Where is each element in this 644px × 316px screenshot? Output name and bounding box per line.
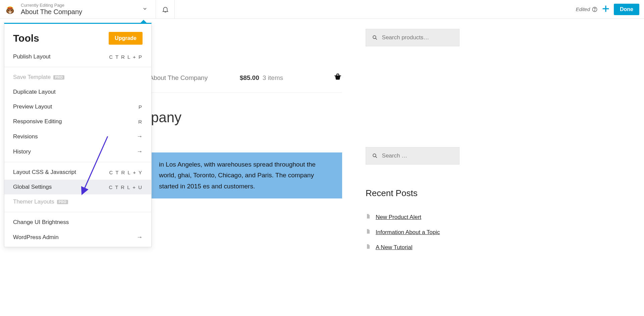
- pro-badge: PRO: [53, 75, 64, 80]
- tool-shortcut: P: [139, 104, 143, 110]
- tool-shortcut: C T R L + U: [109, 184, 143, 190]
- tool-separator: [4, 212, 151, 212]
- cart-price: $85.00: [240, 74, 259, 82]
- tool-item-label: Duplicate Layout: [13, 89, 56, 95]
- svg-rect-7: [8, 7, 12, 9]
- document-icon: [366, 243, 371, 251]
- tool-shortcut: R: [138, 119, 143, 125]
- document-icon: [366, 213, 371, 221]
- pro-badge: PRO: [57, 200, 68, 204]
- recent-post-link[interactable]: Information About a Topic: [376, 229, 440, 236]
- page-heading: pany: [151, 109, 342, 126]
- tool-item[interactable]: Duplicate Layout: [4, 85, 151, 99]
- tool-item-label: WordPress Admin: [13, 234, 59, 241]
- tool-item[interactable]: Responsive EditingR: [4, 114, 151, 129]
- tool-item-label: Responsive Editing: [13, 118, 62, 125]
- tool-item: Themer LayoutsPRO: [4, 194, 151, 209]
- svg-point-15: [373, 154, 376, 157]
- submenu-arrow-icon: →: [137, 148, 143, 155]
- editing-label: Currently Editing Page: [21, 3, 138, 8]
- svg-point-13: [373, 36, 376, 39]
- tool-item-label: Themer LayoutsPRO: [13, 198, 68, 205]
- upgrade-button[interactable]: Upgrade: [109, 32, 143, 45]
- edited-status: Edited: [576, 6, 598, 12]
- nav-link[interactable]: About The Company: [149, 74, 208, 82]
- tool-item-label: Revisions: [13, 133, 38, 140]
- svg-point-3: [8, 10, 9, 11]
- notifications-button[interactable]: [156, 0, 175, 18]
- recent-post-item: Information About a Topic: [366, 228, 453, 236]
- tool-item[interactable]: Global SettingsC T R L + U: [4, 180, 151, 194]
- tool-shortcut: C T R L + Y: [109, 170, 143, 175]
- tool-item-label: Global Settings: [13, 184, 52, 190]
- submenu-arrow-icon: →: [137, 234, 143, 241]
- tool-item[interactable]: Revisions→: [4, 129, 151, 144]
- basket-icon: [286, 73, 342, 83]
- done-button[interactable]: Done: [614, 4, 639, 15]
- tool-item-label: Layout CSS & Javascript: [13, 169, 76, 176]
- add-content-button[interactable]: [601, 4, 610, 15]
- product-search[interactable]: [366, 29, 460, 46]
- cart-summary[interactable]: $85.00 3 items: [240, 73, 342, 83]
- svg-rect-6: [10, 12, 11, 13]
- tool-item-label: Preview Layout: [13, 103, 52, 110]
- recent-post-item: A New Tutorial: [366, 243, 453, 251]
- svg-point-2: [9, 10, 12, 13]
- tool-item-label: Save TemplatePRO: [13, 74, 64, 81]
- sidebar-search[interactable]: [366, 147, 460, 165]
- tool-shortcut: C T R L + P: [109, 54, 143, 60]
- search-icon: [372, 34, 378, 41]
- svg-point-4: [11, 10, 12, 11]
- tool-item[interactable]: Layout CSS & JavascriptC T R L + Y: [4, 165, 151, 180]
- tool-item-label: Change UI Brightness: [13, 219, 69, 226]
- help-icon[interactable]: [592, 6, 598, 12]
- chevron-down-icon[interactable]: [138, 6, 152, 13]
- svg-line-16: [376, 156, 377, 158]
- highlighted-paragraph: in Los Angeles, with warehouses spread t…: [151, 152, 342, 198]
- tool-item[interactable]: Change UI Brightness: [4, 215, 151, 230]
- tool-item-label: Publish Layout: [13, 53, 51, 60]
- tools-dropdown: Tools Upgrade Publish LayoutC T R L + PS…: [4, 23, 152, 247]
- recent-posts-heading: Recent Posts: [366, 188, 453, 198]
- cart-count: 3 items: [263, 74, 283, 82]
- dropdown-arrow: [140, 20, 147, 23]
- recent-post-link[interactable]: New Product Alert: [376, 214, 421, 221]
- recent-post-item: New Product Alert: [366, 213, 453, 221]
- tool-item[interactable]: Publish LayoutC T R L + P: [4, 49, 151, 64]
- svg-line-14: [376, 38, 377, 40]
- tool-separator: [4, 67, 151, 67]
- document-icon: [366, 228, 371, 236]
- svg-rect-5: [9, 12, 10, 13]
- tool-separator: [4, 162, 151, 162]
- tool-item[interactable]: WordPress Admin→: [4, 230, 151, 245]
- page-title-block[interactable]: Currently Editing Page About The Company: [21, 3, 138, 16]
- page-title: About The Company: [21, 8, 138, 16]
- beaver-logo-icon: [3, 3, 17, 16]
- sidebar-search-input[interactable]: [382, 152, 453, 159]
- tools-heading: Tools: [13, 33, 39, 44]
- search-icon: [372, 152, 378, 159]
- svg-point-9: [594, 10, 595, 10]
- product-search-input[interactable]: [382, 34, 453, 41]
- tool-item[interactable]: History→: [4, 144, 151, 159]
- tool-item: Save TemplatePRO: [4, 70, 151, 85]
- recent-post-link[interactable]: A New Tutorial: [376, 244, 413, 251]
- tool-item[interactable]: Preview LayoutP: [4, 99, 151, 114]
- tool-item-label: History: [13, 148, 31, 155]
- submenu-arrow-icon: →: [137, 133, 143, 140]
